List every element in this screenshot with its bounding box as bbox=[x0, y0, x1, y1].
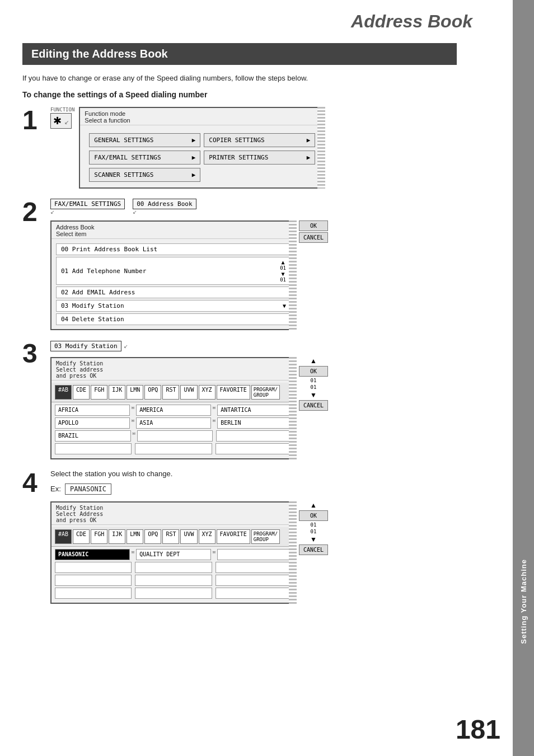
alpha-tab-ijk-s4[interactable]: IJK bbox=[109, 529, 125, 544]
station-asia[interactable]: ASIA bbox=[136, 417, 211, 429]
alpha-tab-program-s4[interactable]: PROGRAM/GROUP bbox=[251, 529, 280, 544]
step-1-keys: FUNCTION ✱ ↙ Function mode Select a func… bbox=[50, 107, 485, 189]
station-empty-4[interactable] bbox=[135, 443, 212, 454]
alpha-tab-uvw-s4[interactable]: UVW bbox=[180, 529, 197, 544]
alpha-tab-rst[interactable]: RST bbox=[162, 385, 179, 400]
cancel-button-step2[interactable]: CANCEL bbox=[299, 232, 328, 243]
btn-general-settings[interactable]: GENERAL SETTINGS ▶ bbox=[89, 133, 200, 147]
alpha-tab-lmn[interactable]: LMN bbox=[127, 385, 143, 400]
alpha-tab-xyz[interactable]: XYZ bbox=[199, 385, 216, 400]
fax-email-key[interactable]: FAX/EMAIL SETTINGS bbox=[50, 199, 125, 209]
station-empty-s4-10[interactable] bbox=[216, 588, 292, 599]
modify-station-key[interactable]: 03 Modify Station bbox=[50, 341, 121, 351]
step3-cursor: ↙ bbox=[124, 344, 128, 349]
station-empty-1[interactable] bbox=[137, 430, 213, 442]
screen-decoration-3 bbox=[289, 357, 297, 459]
step-3: 3 03 Modify Station ↙ Modify Station Sel… bbox=[22, 340, 485, 459]
station-america[interactable]: AMERICA bbox=[136, 405, 211, 416]
address-book-key[interactable]: 00 Address Book bbox=[133, 199, 196, 209]
alpha-tab-fgh-s4[interactable]: FGH bbox=[91, 529, 107, 544]
alpha-tab-opq[interactable]: OPQ bbox=[144, 385, 161, 400]
function-screen-header: Function mode Select a function bbox=[80, 108, 324, 125]
step-2-labels: FAX/EMAIL SETTINGS ↙ 00 Address Book ↙ bbox=[50, 199, 485, 215]
alpha-tab-program[interactable]: PROGRAM/GROUP bbox=[251, 385, 280, 400]
alpha-tab-uvw[interactable]: UVW bbox=[180, 385, 197, 400]
function-key-cursor: ↙ bbox=[64, 119, 69, 125]
modify-side-controls: ▲ OK 01 01 ▼ CANCEL bbox=[299, 357, 328, 411]
ab-item-0[interactable]: 00 Print Address Book List bbox=[56, 243, 291, 255]
modify-side-controls-step4: ▲ OK 01 01 ▼ CANCEL bbox=[299, 501, 328, 555]
ab-header1: Address Book bbox=[56, 224, 94, 231]
alpha-tab-ab-s4[interactable]: #AB bbox=[55, 529, 72, 544]
side-tab-label: Setting Your Machine bbox=[519, 559, 528, 644]
btn-printer-settings-label: PRINTER SETTINGS bbox=[209, 154, 268, 161]
up-arrow-icon-step3: ▲ bbox=[310, 357, 317, 365]
function-key-icon[interactable]: ✱ ↙ bbox=[50, 113, 72, 129]
modify-step4-header2: Select Address bbox=[56, 511, 103, 517]
cancel-button-step4[interactable]: CANCEL bbox=[299, 544, 328, 555]
ab-item-2[interactable]: 02 Add EMAIL Address bbox=[56, 287, 291, 298]
alpha-tab-ijk[interactable]: IJK bbox=[109, 385, 125, 400]
alpha-tab-ab[interactable]: #AB bbox=[55, 385, 72, 400]
ok-button-step3[interactable]: OK bbox=[299, 366, 328, 377]
ab-item-4-label: 04 Delete Station bbox=[61, 316, 124, 323]
ex-value-box: PANASONIC bbox=[65, 483, 111, 495]
station-empty-s4-5[interactable] bbox=[55, 575, 132, 586]
modify-screen-step4-header: Modify Station Select Address and press … bbox=[51, 503, 296, 525]
station-empty-s4-6[interactable] bbox=[135, 575, 212, 586]
station-empty-s4-2[interactable] bbox=[55, 562, 132, 573]
ok-button-step2[interactable]: OK bbox=[299, 220, 328, 231]
cancel-button-step3[interactable]: CANCEL bbox=[299, 400, 328, 411]
step-1: 1 FUNCTION ✱ ↙ Function mode Select a fu… bbox=[22, 107, 485, 189]
station-berlin[interactable]: BERLIN bbox=[217, 417, 292, 429]
modify-screen-step4-panel: Modify Station Select Address and press … bbox=[50, 501, 297, 604]
alpha-tab-lmn-s4[interactable]: LMN bbox=[127, 529, 143, 544]
station-africa[interactable]: AFRICA bbox=[55, 405, 130, 416]
panasonic-icon: ✉ bbox=[132, 549, 134, 560]
ex-label: Ex: bbox=[50, 485, 61, 493]
alpha-tab-favorite[interactable]: FAVORITE bbox=[217, 385, 250, 400]
station-brazil[interactable]: BRAZIL bbox=[55, 430, 131, 442]
ok-button-step4[interactable]: OK bbox=[299, 510, 328, 521]
alpha-tab-favorite-s4[interactable]: FAVORITE bbox=[217, 529, 250, 544]
modify-station-key-label: 03 Modify Station bbox=[54, 342, 118, 350]
station-empty-s4-1[interactable] bbox=[217, 549, 292, 560]
alpha-tab-fgh[interactable]: FGH bbox=[91, 385, 107, 400]
up-arrow-icon-step4: ▲ bbox=[310, 501, 317, 509]
station-empty-2[interactable] bbox=[216, 430, 292, 442]
screen-decoration-1 bbox=[317, 107, 325, 189]
station-empty-s4-7[interactable] bbox=[216, 575, 292, 586]
ab-side-controls: OK CANCEL bbox=[299, 220, 328, 243]
station-empty-s4-4[interactable] bbox=[216, 562, 292, 573]
ab-item-1[interactable]: 01 Add Telephone Number ▲ 01 ▼ 01 bbox=[56, 257, 291, 285]
btn-printer-settings[interactable]: PRINTER SETTINGS ▶ bbox=[204, 151, 315, 165]
station-panasonic[interactable]: PANASONIC bbox=[55, 549, 130, 560]
station-empty-s4-8[interactable] bbox=[55, 588, 132, 599]
ab-item-3[interactable]: 03 Modify Station ▼ bbox=[56, 300, 291, 312]
ab-item-3-label: 03 Modify Station bbox=[61, 302, 124, 309]
alpha-tab-cde-s4[interactable]: CDE bbox=[73, 529, 90, 544]
ab-item-1-label: 01 Add Telephone Number bbox=[61, 267, 146, 275]
header: Address Book bbox=[0, 0, 534, 37]
btn-copier-settings-label: COPIER SETTINGS bbox=[209, 137, 264, 144]
station-row-s4-2 bbox=[55, 562, 292, 573]
modify-screen-step4-with-controls: Modify Station Select Address and press … bbox=[50, 501, 485, 604]
alpha-tab-xyz-s4[interactable]: XYZ bbox=[199, 529, 216, 544]
station-apollo[interactable]: APOLLO bbox=[55, 417, 130, 429]
alpha-tabs-row-step4: #AB CDE FGH IJK LMN OPQ RST UVW XYZ FAVO… bbox=[51, 527, 296, 547]
down-arrow-icon2: ▼ bbox=[283, 303, 286, 309]
alpha-tab-rst-s4[interactable]: RST bbox=[162, 529, 179, 544]
station-quality-dept[interactable]: QUALITY DEPT bbox=[136, 549, 211, 560]
station-empty-3[interactable] bbox=[55, 443, 132, 454]
station-empty-s4-9[interactable] bbox=[135, 588, 212, 599]
btn-copier-settings[interactable]: COPIER SETTINGS ▶ bbox=[204, 133, 315, 147]
station-empty-5[interactable] bbox=[216, 443, 292, 454]
down-arrow-icon-step3: ▼ bbox=[310, 391, 317, 399]
alpha-tab-cde[interactable]: CDE bbox=[73, 385, 90, 400]
alpha-tab-opq-s4[interactable]: OPQ bbox=[144, 529, 161, 544]
station-antartica[interactable]: ANTARTICA bbox=[217, 405, 292, 416]
ab-item-4[interactable]: 04 Delete Station bbox=[56, 313, 291, 325]
btn-fax-settings[interactable]: FAX/EMAIL SETTINGS ▶ bbox=[89, 151, 200, 165]
btn-scanner-settings[interactable]: SCANNER SETTINGS ▶ bbox=[89, 168, 200, 182]
station-empty-s4-3[interactable] bbox=[135, 562, 212, 573]
